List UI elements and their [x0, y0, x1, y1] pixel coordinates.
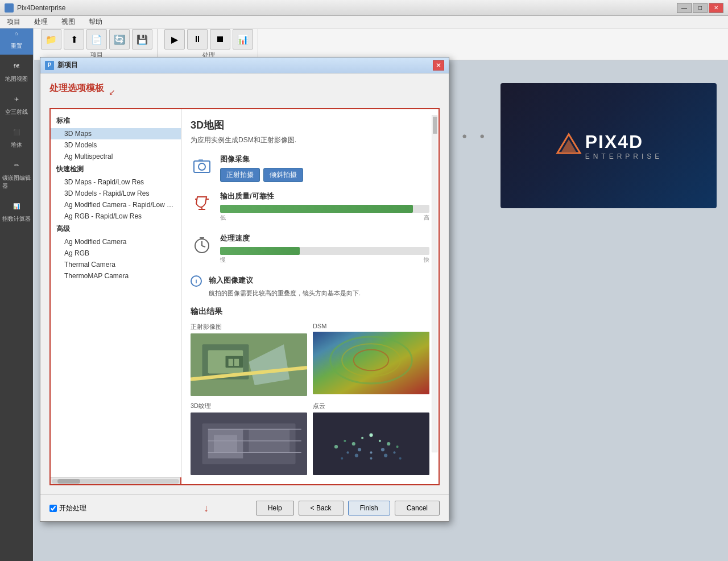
speed-label: 处理速度	[220, 233, 429, 244]
tree-panel: 标准 3D Maps 3D Models Ag Multispectral 快速…	[51, 109, 181, 477]
quality-low-label: 低	[220, 214, 226, 222]
svg-point-51	[399, 457, 402, 460]
tree-item-3dmaps-rapid[interactable]: 3D Maps - Rapid/Low Res	[51, 176, 181, 188]
output-item-pointcloud: 点云	[313, 402, 429, 475]
svg-point-48	[355, 453, 358, 457]
svg-point-43	[358, 448, 361, 451]
tree-panel-wrapper: 标准 3D Maps 3D Models Ag Multispectral 快速…	[51, 109, 181, 484]
tree-section-advanced: 高级	[51, 222, 181, 236]
output-label-dsm: DSM	[313, 323, 429, 329]
dialog-heading: 处理选项模板	[49, 82, 104, 94]
tree-item-agrgb-rapid[interactable]: Ag RGB - Rapid/Low Res	[51, 211, 181, 222]
svg-rect-19	[229, 359, 233, 366]
dialog-titlebar: P 新项目 ✕	[40, 57, 449, 73]
tree-item-agrgb[interactable]: Ag RGB	[51, 248, 181, 259]
dialog-title-text: 新项目	[57, 60, 78, 70]
output-item-mesh3d: 3D纹理	[191, 402, 307, 475]
tree-item-3dmodels[interactable]: 3D Models	[51, 139, 181, 151]
speed-bar-bg	[220, 247, 429, 255]
dialog-icon: P	[45, 61, 54, 70]
output-item-dsm: DSM	[313, 323, 429, 396]
dialog-title-left: P 新项目	[45, 60, 78, 70]
tree-section-quick: 快速检测	[51, 162, 181, 176]
svg-point-34	[334, 445, 338, 448]
tree-item-thermal[interactable]: Thermal Camera	[51, 259, 181, 270]
svg-point-36	[352, 442, 355, 446]
speed-content: 处理速度 慢 快	[220, 233, 429, 266]
start-process-label[interactable]: 开始处理	[59, 504, 86, 513]
finish-button[interactable]: Finish	[348, 501, 390, 515]
detail-title: 3D地图	[191, 118, 429, 132]
dialog-body: 处理选项模板 ↙ 标准 3D Maps 3D Models Ag Multisp…	[40, 73, 449, 494]
tree-item-thermomap[interactable]: ThermoMAP Camera	[51, 270, 181, 282]
tree-section-standard: 标准	[51, 114, 181, 128]
svg-point-40	[387, 442, 390, 446]
detail-desc: 为应用实例生成DSM和正射影像图.	[191, 135, 429, 145]
svg-point-50	[384, 453, 387, 457]
svg-point-45	[381, 448, 384, 451]
start-process-checkbox-item: 开始处理	[49, 504, 86, 513]
svg-point-44	[370, 451, 372, 453]
quality-section: 输出质量/可靠性 低 高	[191, 191, 429, 224]
speed-high-label: 快	[424, 256, 429, 264]
quality-progress: 低 高	[220, 205, 429, 222]
output-img-mesh3d	[191, 412, 307, 475]
speed-progress: 慢 快	[220, 247, 429, 264]
scroll-track[interactable]	[432, 115, 437, 452]
tree-scroll[interactable]	[51, 477, 180, 484]
tree-scroll-bar	[52, 479, 179, 484]
tree-item-agmulti[interactable]: Ag Multispectral	[51, 151, 181, 162]
svg-rect-33	[313, 412, 429, 475]
tree-item-agmod-rapid[interactable]: Ag Modified Camera - Rapid/Low Re...	[51, 199, 181, 211]
tag-ortho[interactable]: 正射拍摄	[220, 168, 260, 182]
image-capture-section: 图像采集 正射拍摄 倾斜拍摄	[191, 154, 429, 182]
speed-section: 处理速度 慢 快	[191, 233, 429, 266]
tree-item-agmod[interactable]: Ag Modified Camera	[51, 236, 181, 248]
arrow-annotation-2: ↓	[204, 502, 209, 514]
svg-point-46	[393, 451, 395, 453]
svg-point-49	[370, 457, 372, 460]
tag-oblique[interactable]: 倾斜拍摄	[263, 168, 303, 182]
tree-item-3dmaps[interactable]: 3D Maps	[51, 128, 181, 139]
quality-bar-bg	[220, 205, 429, 213]
svg-point-39	[379, 440, 381, 442]
output-img-dsm	[313, 332, 429, 394]
tree-item-3dmodels-rapid[interactable]: 3D Models - Rapid/Low Res	[51, 188, 181, 199]
quality-content: 输出质量/可靠性 低 高	[220, 191, 429, 224]
quality-bar-fill	[220, 205, 413, 213]
back-button[interactable]: < Back	[299, 501, 344, 515]
output-label-mesh3d: 3D纹理	[191, 402, 307, 410]
scroll-thumb	[433, 117, 437, 134]
svg-point-38	[369, 434, 373, 437]
camera-icon	[191, 154, 213, 177]
svg-point-3	[198, 163, 205, 170]
dialog-footer: 开始处理 ↓ Help < Back Finish Cancel	[40, 494, 449, 521]
dialog-split: 标准 3D Maps 3D Models Ag Multispectral 快速…	[49, 108, 440, 485]
dialog-close-button[interactable]: ✕	[433, 60, 444, 71]
cancel-button[interactable]: Cancel	[395, 501, 440, 515]
svg-rect-29	[214, 435, 237, 453]
trophy-icon	[191, 191, 213, 214]
output-title: 输出结果	[191, 307, 429, 317]
svg-point-41	[396, 446, 399, 448]
input-suggestion-section: i 输入图像建议 航拍的图像需要比较高的重叠度，镜头方向基本是向下.	[191, 275, 429, 298]
svg-rect-4	[198, 159, 203, 162]
speed-labels: 慢 快	[220, 256, 429, 264]
info-icon: i	[191, 275, 202, 287]
input-suggestion-content: 输入图像建议 航拍的图像需要比较高的重叠度，镜头方向基本是向下.	[209, 275, 429, 298]
output-img-pointcloud	[313, 412, 429, 475]
output-grid: 正射影像图	[191, 323, 429, 475]
svg-point-47	[341, 457, 343, 460]
quality-labels: 低 高	[220, 214, 429, 222]
help-button[interactable]: Help	[256, 501, 294, 515]
svg-rect-20	[234, 359, 239, 366]
arrow-annotation-1: ↙	[109, 88, 115, 97]
output-label-ortho: 正射影像图	[191, 323, 307, 331]
footer-right: Help < Back Finish Cancel	[256, 501, 440, 515]
new-project-dialog: P 新项目 ✕ 处理选项模板 ↙ 标准 3D Maps 3D	[40, 57, 449, 522]
start-process-checkbox[interactable]	[49, 505, 57, 512]
image-capture-content: 图像采集 正射拍摄 倾斜拍摄	[220, 154, 429, 182]
output-img-ortho	[191, 333, 307, 396]
output-item-ortho: 正射影像图	[191, 323, 307, 396]
input-suggestion-label: 输入图像建议	[209, 275, 429, 286]
